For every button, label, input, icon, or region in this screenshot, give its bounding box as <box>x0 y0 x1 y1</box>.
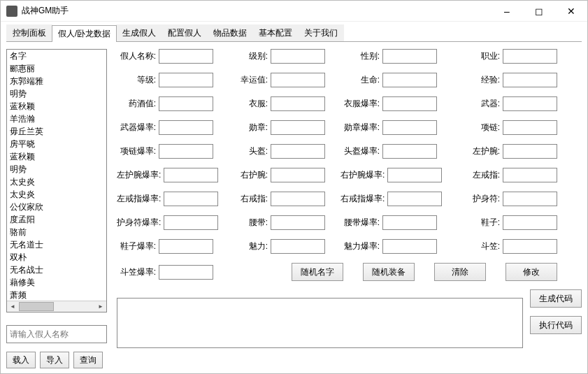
input-r8c3[interactable] <box>503 239 557 254</box>
input-r3c0[interactable] <box>159 120 213 135</box>
input-r5c1[interactable] <box>271 168 325 182</box>
input-r1c3[interactable] <box>503 73 557 87</box>
search-input[interactable] <box>6 325 107 343</box>
form-cell-r8c3: 斗笠: <box>461 239 581 254</box>
list-item[interactable]: 无名道士 <box>7 238 106 251</box>
form-cell-r3c2: 勋章爆率: <box>340 120 461 135</box>
list-item[interactable]: 郦惠丽 <box>7 62 106 75</box>
left-button-1[interactable]: 导入 <box>40 352 69 368</box>
close-button[interactable]: ✕ <box>555 1 587 22</box>
input-r6c2[interactable] <box>387 192 442 206</box>
input-r3c1[interactable] <box>271 120 325 135</box>
action-button-1[interactable]: 随机装备 <box>363 263 415 281</box>
label-r7c2: 腰带爆率: <box>340 217 382 229</box>
label-r4c0: 项链爆率: <box>117 145 159 157</box>
scroll-right-icon[interactable]: ► <box>95 301 106 312</box>
form-cell-r2c1: 衣服: <box>229 96 340 111</box>
list-item[interactable]: 双朴 <box>7 251 106 264</box>
input-r4c3[interactable] <box>503 144 557 159</box>
scroll-left-icon[interactable]: ◄ <box>7 301 18 312</box>
horizontal-scrollbar[interactable]: ◄ ► <box>7 301 106 312</box>
list-item[interactable]: 蓝秋颖 <box>7 100 106 113</box>
input-r8c0[interactable] <box>159 239 213 254</box>
name-listbox[interactable]: 名字郦惠丽东郭端雅明势蓝秋颖羊浩瀚毋丘兰英房平晓蓝秋颖明势太史炎太史炎公仪家欣度… <box>6 49 107 312</box>
list-item[interactable]: 萧频 <box>7 289 106 301</box>
form-cell-r5c2: 右护腕爆率: <box>340 168 461 182</box>
input-r2c2[interactable] <box>382 96 437 111</box>
maximize-button[interactable]: ◻ <box>523 1 555 22</box>
label-r1c3: 经验: <box>461 74 503 86</box>
label-r1c2: 生命: <box>340 74 382 86</box>
list-item[interactable]: 太史炎 <box>7 188 106 201</box>
last-form-row: 斗笠爆率: 随机名字随机装备清除修改 <box>117 263 582 281</box>
input-r4c0[interactable] <box>159 144 213 159</box>
tab-0[interactable]: 控制面板 <box>6 24 52 41</box>
list-item[interactable]: 骆前 <box>7 226 106 238</box>
scroll-thumb[interactable] <box>19 302 54 311</box>
input-r1c2[interactable] <box>382 73 437 87</box>
input-r5c2[interactable] <box>387 168 442 182</box>
label-r4c2: 头盔爆率: <box>340 145 382 157</box>
label-r0c2: 性别: <box>340 50 382 62</box>
list-item[interactable]: 明势 <box>7 87 106 100</box>
list-item[interactable]: 公仪家欣 <box>7 201 106 213</box>
input-r3c3[interactable] <box>503 120 557 135</box>
input-r7c0[interactable] <box>164 215 218 230</box>
form-cell-r1c0: 等级: <box>117 73 229 87</box>
input-r4c2[interactable] <box>382 144 437 159</box>
input-r7c3[interactable] <box>503 215 557 230</box>
input-r7c2[interactable] <box>382 215 437 230</box>
list-item[interactable]: 度孟阳 <box>7 213 106 226</box>
input-r2c3[interactable] <box>503 96 557 111</box>
left-button-0[interactable]: 载入 <box>6 352 36 368</box>
label-r7c1: 腰带: <box>229 217 271 229</box>
list-item[interactable]: 太史炎 <box>7 175 106 188</box>
list-item[interactable]: 明势 <box>7 163 106 175</box>
minimize-button[interactable]: – <box>491 1 523 22</box>
list-item[interactable]: 羊浩瀚 <box>7 113 106 125</box>
action-button-0[interactable]: 随机名字 <box>292 263 343 281</box>
input-r1c1[interactable] <box>271 73 325 87</box>
input-r1c0[interactable] <box>159 73 213 87</box>
input-r3c2[interactable] <box>382 120 437 135</box>
input-r2c1[interactable] <box>271 96 325 111</box>
input-r6c3[interactable] <box>503 192 557 206</box>
form-cell-r2c0: 药酒值: <box>117 96 229 111</box>
right-button-1[interactable]: 执行代码 <box>530 316 582 334</box>
right-button-0[interactable]: 生成代码 <box>530 289 582 308</box>
list-item[interactable]: 毋丘兰英 <box>7 125 106 138</box>
input-r6c1[interactable] <box>271 192 325 206</box>
input-r0c2[interactable] <box>382 49 437 64</box>
input-r7c1[interactable] <box>271 215 325 230</box>
input-r8c1[interactable] <box>271 239 325 254</box>
input-r5c0[interactable] <box>164 168 218 182</box>
input-r4c1[interactable] <box>271 144 325 159</box>
tab-6[interactable]: 关于我们 <box>298 24 344 41</box>
input-r0c1[interactable] <box>271 49 325 64</box>
input-r2c0[interactable] <box>159 96 213 111</box>
form-row-2: 药酒值:衣服:衣服爆率:武器: <box>117 96 582 111</box>
tab-2[interactable]: 生成假人 <box>116 24 162 41</box>
action-button-2[interactable]: 清除 <box>434 263 486 281</box>
input-douli-rate[interactable] <box>159 265 213 280</box>
list-item[interactable]: 蓝秋颖 <box>7 150 106 163</box>
input-r0c0[interactable] <box>159 49 213 64</box>
input-r6c0[interactable] <box>164 192 218 206</box>
bottom-area: 生成代码执行代码 <box>117 289 582 348</box>
input-r5c3[interactable] <box>503 168 557 182</box>
input-r8c2[interactable] <box>382 239 437 254</box>
input-r0c3[interactable] <box>503 49 557 64</box>
list-item[interactable]: 无名战士 <box>7 264 106 276</box>
tab-5[interactable]: 基本配置 <box>252 24 299 41</box>
list-item[interactable]: 东郭端雅 <box>7 75 106 87</box>
form-cell-r5c0: 左护腕爆率: <box>117 168 229 182</box>
action-button-3[interactable]: 修改 <box>505 263 557 281</box>
left-button-2[interactable]: 查询 <box>73 352 103 368</box>
window-controls: – ◻ ✕ <box>491 1 587 22</box>
list-item[interactable]: 藉修美 <box>7 276 106 289</box>
output-textarea[interactable] <box>117 298 523 348</box>
list-item[interactable]: 房平晓 <box>7 138 106 150</box>
tab-3[interactable]: 配置假人 <box>162 24 208 41</box>
tab-4[interactable]: 物品数据 <box>207 24 253 41</box>
tab-1[interactable]: 假人/卧龙数据 <box>52 25 117 42</box>
